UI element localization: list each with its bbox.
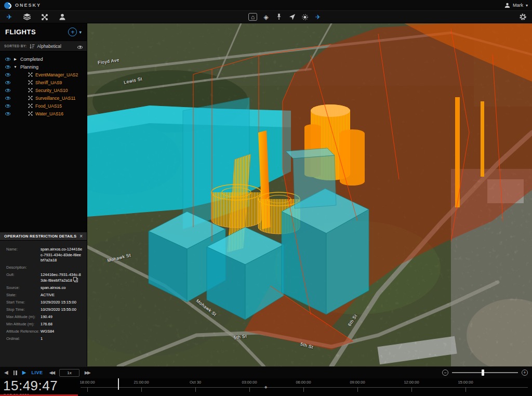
visibility-eye-icon[interactable] xyxy=(5,65,10,69)
visibility-eye-icon[interactable] xyxy=(5,97,10,100)
timeline-tick-label: 21:00:00 xyxy=(134,380,149,385)
detail-row: Stop Time:10/29/2020 15:55:00 xyxy=(6,307,83,313)
timeline-tick-label: 15:00:00 xyxy=(458,380,473,385)
toggle-all-visibility[interactable] xyxy=(77,42,83,51)
collapse-panel-icon[interactable]: ▾ xyxy=(79,30,82,35)
drone-icon xyxy=(28,80,33,85)
timeline-marker-icon[interactable]: ◆ xyxy=(264,385,267,389)
flights-panel-title: FLIGHTS xyxy=(5,28,36,36)
pushpin-icon[interactable] xyxy=(275,13,283,21)
daylight-icon[interactable] xyxy=(301,13,309,21)
drone-icon xyxy=(28,111,33,116)
sort-row: SORTED BY: Alphabetical xyxy=(0,41,87,51)
zoom-in-button[interactable]: + xyxy=(522,369,528,376)
flight-item[interactable]: Water_UAS16 xyxy=(0,110,87,117)
timeline-tick-label: 06:00:00 xyxy=(296,380,311,385)
detail-row: Ordinal:1 xyxy=(6,336,83,342)
caret-down-icon[interactable]: ▼ xyxy=(14,65,17,69)
flights-tool-icon[interactable]: ✈ xyxy=(5,13,14,21)
home-view-icon[interactable]: ⌂ xyxy=(248,13,257,21)
zoom-slider-handle[interactable] xyxy=(482,369,484,376)
timeline-tick-label: Oct 30 xyxy=(190,380,201,385)
onesky-logo-icon xyxy=(4,2,11,9)
detail-row: Altitude Reference:WGS84 xyxy=(6,329,83,335)
detail-row: State:ACTIVE xyxy=(6,293,83,298)
detail-row: Min Altitude (m):176.68 xyxy=(6,322,83,327)
pause-button[interactable] xyxy=(14,371,17,375)
map-3d-view[interactable]: Floyd Ave Lewis St Mohawk St Mohawk St 5… xyxy=(87,23,532,366)
flight-mode-icon[interactable]: ✈ xyxy=(314,13,322,21)
user-menu[interactable]: Mark ▾ xyxy=(504,3,528,8)
drone-icon xyxy=(28,72,33,77)
detail-row: Gufi:124416ec-7931-434c-83de-f8eebf7a2a1… xyxy=(6,272,83,283)
drone-tool-icon[interactable] xyxy=(41,13,49,21)
top-bar: ONESKY Mark ▾ xyxy=(0,0,532,11)
play-reverse-button[interactable]: ◀ xyxy=(4,370,8,375)
sort-value[interactable]: Alphabetical xyxy=(37,44,61,49)
locate-arrow-icon[interactable] xyxy=(288,13,296,21)
flights-tree: ▶ Completed ▼ Planning EventManager_UAS2… xyxy=(0,51,87,117)
zoom-out-button[interactable]: − xyxy=(442,369,448,376)
detail-row: Max Altitude (m):190.49 xyxy=(6,314,83,320)
skip-forward-button[interactable]: ▶▶ xyxy=(85,371,90,375)
details-panel-title: OPERATION RESTRICTION DETAILS xyxy=(4,234,76,239)
visibility-eye-icon[interactable] xyxy=(5,58,10,61)
timeline-start-divider xyxy=(118,378,119,390)
flights-sidebar: FLIGHTS + ▾ SORTED BY: Alphabetical ▶ Co… xyxy=(0,23,87,366)
timeline-tick-label: 18:00:00 xyxy=(79,380,95,385)
timeline-zoom-slider: − + xyxy=(442,369,528,376)
brand-name: ONESKY xyxy=(15,3,41,8)
sorted-by-label: SORTED BY: xyxy=(4,44,27,48)
flight-item[interactable]: Food_UAS15 xyxy=(0,102,87,110)
operation-restriction-details-panel: OPERATION RESTRICTION DETAILS × Name:spa… xyxy=(0,232,87,366)
visibility-eye-icon[interactable] xyxy=(5,73,10,76)
live-button[interactable]: LIVE xyxy=(31,370,43,375)
add-flight-button[interactable]: + xyxy=(68,28,77,36)
timeline-tick-label: 09:00:00 xyxy=(350,380,365,385)
detail-row: Source:span.airxos.co xyxy=(6,285,83,291)
sort-icon xyxy=(30,44,35,49)
close-icon[interactable]: × xyxy=(79,234,83,239)
onesky-app: ONESKY Mark ▾ ✈ xyxy=(0,0,532,396)
flight-item[interactable]: Sheriff_UAS9 xyxy=(0,78,87,86)
playback-speed[interactable]: 1x xyxy=(59,369,79,377)
group-planning[interactable]: ▼ Planning xyxy=(0,63,87,71)
flight-item[interactable]: EventManager_UAS2 xyxy=(0,71,87,78)
detail-row: Start Time:10/29/2020 15:15:00 xyxy=(6,300,83,306)
caret-right-icon[interactable]: ▶ xyxy=(14,57,17,61)
timeline-bar[interactable]: 15:49:47 OCT 29 2020 ▼ ◆ 18:00:00 21:00:… xyxy=(0,378,532,396)
visibility-eye-icon[interactable] xyxy=(5,104,10,108)
current-time: 15:49:47 xyxy=(3,379,58,392)
skip-back-button[interactable]: ◀◀ xyxy=(49,371,54,375)
waypoint-icon[interactable]: ◈ xyxy=(262,13,270,21)
visibility-eye-icon[interactable] xyxy=(5,112,10,115)
flight-item[interactable]: Security_UAS10 xyxy=(0,86,87,94)
contacts-tool-icon[interactable] xyxy=(58,13,66,21)
visibility-eye-icon[interactable] xyxy=(5,81,10,84)
detail-row: Name:span.airxos.co-124416ec-7931-434c-8… xyxy=(6,247,83,263)
flight-item[interactable]: Surveillance_UAS11 xyxy=(0,94,87,102)
user-name: Mark xyxy=(513,3,523,8)
detail-row: Description: xyxy=(6,265,83,271)
zoom-slider-track[interactable] xyxy=(452,372,518,373)
drone-icon xyxy=(28,103,33,108)
layers-tool-icon[interactable] xyxy=(23,13,31,21)
timeline-tick-label: 12:00:00 xyxy=(404,380,419,385)
play-button[interactable]: ▶ xyxy=(22,370,26,375)
clock-display: 15:49:47 OCT 29 2020 ▼ xyxy=(3,379,58,396)
person-icon xyxy=(504,3,510,8)
state-value: ACTIVE xyxy=(41,293,83,298)
chevron-down-icon: ▾ xyxy=(526,3,528,8)
playback-bar: ◀ ▶ LIVE ◀◀ 1x ▶▶ − + xyxy=(0,366,532,378)
timeline-track[interactable] xyxy=(81,387,528,388)
settings-gear-icon[interactable] xyxy=(518,13,527,21)
tool-bar: ✈ xyxy=(0,11,532,23)
drone-icon xyxy=(28,88,33,93)
visibility-eye-icon[interactable] xyxy=(5,89,10,92)
copy-icon[interactable] xyxy=(74,278,78,282)
group-completed[interactable]: ▶ Completed xyxy=(0,55,87,63)
timeline-tick-label: 03:00:00 xyxy=(242,380,257,385)
drone-icon xyxy=(28,96,33,100)
